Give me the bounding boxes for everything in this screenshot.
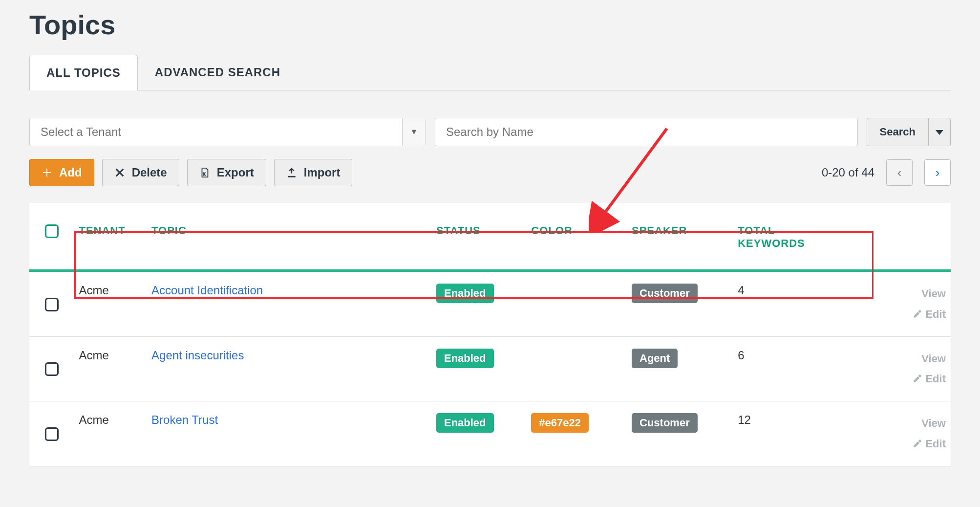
chevron-left-icon: ‹ xyxy=(897,165,902,180)
page-title: Topics xyxy=(29,9,951,41)
search-input[interactable] xyxy=(435,118,858,146)
svg-marker-0 xyxy=(936,130,943,135)
row-checkbox[interactable] xyxy=(45,298,59,311)
delete-button-label: Delete xyxy=(132,166,167,179)
row-checkbox[interactable] xyxy=(45,362,59,376)
svg-text:x: x xyxy=(203,171,206,176)
col-total-keywords[interactable]: TOTAL KEYWORDS xyxy=(733,203,873,271)
edit-label: Edit xyxy=(925,308,946,320)
table-row: AcmeAccount IdentificationEnabledCustome… xyxy=(29,271,951,337)
import-button[interactable]: Import xyxy=(274,159,353,186)
topic-link[interactable]: Broken Trust xyxy=(151,413,218,426)
col-tenant[interactable]: TENANT xyxy=(74,203,147,271)
prev-page-button[interactable]: ‹ xyxy=(886,159,913,186)
row-checkbox[interactable] xyxy=(45,427,59,441)
col-topic[interactable]: TOPIC xyxy=(147,203,431,271)
edit-label: Edit xyxy=(925,438,946,450)
col-total-keywords-l1: TOTAL xyxy=(738,224,775,237)
col-total-keywords-l2: KEYWORDS xyxy=(738,237,805,249)
tab-advanced-search[interactable]: ADVANCED SEARCH xyxy=(138,54,298,90)
table-row: AcmeBroken TrustEnabled#e67e22Customer12… xyxy=(29,401,951,466)
cell-total-keywords: 6 xyxy=(733,336,873,401)
col-color[interactable]: COLOR xyxy=(526,203,627,271)
status-badge: Enabled xyxy=(436,413,494,433)
edit-action[interactable]: Edit xyxy=(877,434,946,454)
speaker-badge: Customer xyxy=(632,413,698,433)
edit-action[interactable]: Edit xyxy=(877,304,946,325)
next-page-button[interactable]: › xyxy=(924,159,951,186)
edit-icon xyxy=(913,374,922,383)
tenant-select[interactable]: ▼ xyxy=(29,118,426,146)
status-badge: Enabled xyxy=(436,284,494,303)
speaker-badge: Customer xyxy=(632,284,698,303)
caret-down-icon xyxy=(936,130,943,135)
edit-action[interactable]: Edit xyxy=(877,369,946,389)
topics-table: TENANT TOPIC STATUS COLOR SPEAKER TOTAL … xyxy=(29,203,951,466)
add-button-label: Add xyxy=(59,166,82,179)
cell-total-keywords: 12 xyxy=(733,401,873,466)
plus-icon xyxy=(42,167,52,178)
cell-tenant: Acme xyxy=(74,271,147,337)
tabs: ALL TOPICS ADVANCED SEARCH xyxy=(29,54,951,90)
delete-button[interactable]: Delete xyxy=(102,159,179,186)
edit-icon xyxy=(913,439,922,448)
col-status[interactable]: STATUS xyxy=(431,203,526,271)
chevron-right-icon: › xyxy=(936,165,940,180)
search-button[interactable]: Search xyxy=(867,118,928,146)
tenant-select-input[interactable] xyxy=(30,118,402,146)
view-action[interactable]: View xyxy=(877,349,946,369)
edit-icon xyxy=(913,309,922,319)
cell-tenant: Acme xyxy=(74,336,147,401)
search-options-button[interactable] xyxy=(928,118,951,146)
export-button-label: Export xyxy=(217,166,254,179)
status-badge: Enabled xyxy=(436,349,494,368)
x-icon xyxy=(114,167,125,178)
color-badge: #e67e22 xyxy=(531,413,589,433)
table-row: AcmeAgent insecuritiesEnabledAgent6ViewE… xyxy=(29,336,951,401)
view-action[interactable]: View xyxy=(877,284,946,304)
import-icon xyxy=(286,167,297,178)
cell-total-keywords: 4 xyxy=(733,271,873,337)
pagination-text: 0-20 of 44 xyxy=(822,166,874,179)
export-button[interactable]: x Export xyxy=(187,159,266,186)
export-icon: x xyxy=(199,167,210,178)
speaker-badge: Agent xyxy=(632,349,678,368)
add-button[interactable]: Add xyxy=(29,159,94,186)
import-button-label: Import xyxy=(304,166,341,179)
col-actions xyxy=(873,203,951,271)
select-all-checkbox[interactable] xyxy=(45,224,59,238)
view-action[interactable]: View xyxy=(877,413,946,434)
tenant-dropdown-button[interactable]: ▼ xyxy=(402,118,426,146)
topic-link[interactable]: Account Identification xyxy=(151,284,263,297)
col-speaker[interactable]: SPEAKER xyxy=(627,203,733,271)
edit-label: Edit xyxy=(925,373,946,385)
caret-down-icon: ▼ xyxy=(410,128,418,136)
tab-all-topics[interactable]: ALL TOPICS xyxy=(29,55,138,90)
cell-tenant: Acme xyxy=(74,401,147,466)
topic-link[interactable]: Agent insecurities xyxy=(151,349,244,362)
